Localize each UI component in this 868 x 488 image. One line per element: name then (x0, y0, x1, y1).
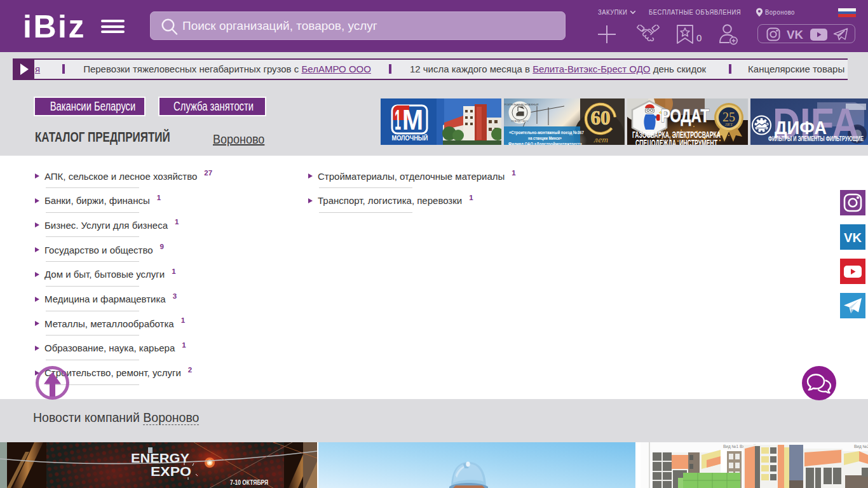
svg-text:ФИЛЬТРЫ И ЭЛЕМЕНТЫ ФИЛЬТРУЮЩИЕ: ФИЛЬТРЫ И ЭЛЕМЕНТЫ ФИЛЬТРУЮЩИЕ (768, 135, 864, 142)
svg-text:СТРОИТЕЛЬНО-МОНТАЖНЫЙ: СТРОИТЕЛЬНО-МОНТАЖНЫЙ (504, 103, 539, 106)
svg-text:Филиал ОАО «Дорстроймонтажтрес: Филиал ОАО «Дорстроймонтажтрест» (508, 141, 582, 145)
svg-text:СПЕЦОДЕЖДА, ИНСТРУМЕНТ: СПЕЦОДЕЖДА, ИНСТРУМЕНТ (635, 138, 717, 145)
svg-text:МОЛОЧНЫЙ: МОЛОЧНЫЙ (392, 134, 428, 142)
svg-text:VK: VK (844, 230, 862, 245)
svg-text:РОДАТ: РОДАТ (661, 105, 709, 126)
svg-text:лет: лет (593, 135, 608, 144)
svg-text:ENERGY: ENERGY (131, 451, 189, 465)
svg-text:ПОЕЗД • 367 •: ПОЕЗД • 367 • (512, 119, 529, 123)
svg-text:«Строительно-монтажный поезд №: «Строительно-монтажный поезд №367 (509, 130, 584, 135)
svg-text:7-10 ОКТЯБРЯ: 7-10 ОКТЯБРЯ (230, 478, 268, 486)
svg-text:EXPO: EXPO (151, 464, 191, 478)
svg-text:M: M (402, 104, 423, 136)
svg-text:на станции Минск»: на станции Минск» (528, 135, 562, 141)
svg-text:ЛЕТ: ЛЕТ (725, 122, 733, 126)
svg-text:VK: VK (787, 29, 803, 40)
svg-text:60: 60 (591, 107, 611, 129)
svg-text:1: 1 (395, 104, 401, 136)
